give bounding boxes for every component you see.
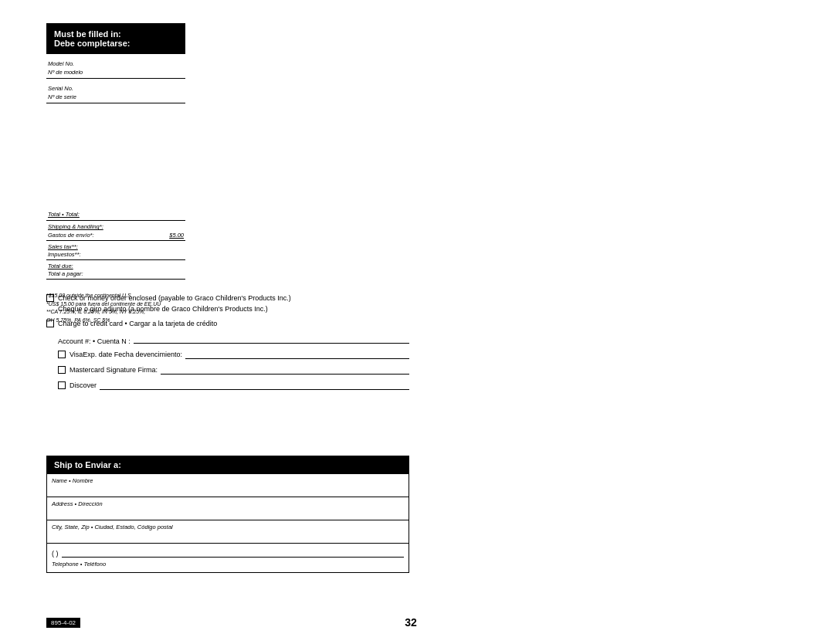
shipping-sublabel: Gastos de envío*: [48, 232, 103, 239]
check-label: Check or money order enclosed (payable t… [58, 293, 291, 304]
sales-tax-sublabel: Impuestos**: [48, 251, 81, 258]
discover-checkbox[interactable] [58, 381, 66, 389]
model-label2: Nº de modelo [48, 69, 184, 77]
serial-label2: Nº de serie [48, 93, 184, 102]
name-label: Name • Nombre [52, 477, 404, 486]
name-field: Name • Nombre [47, 474, 409, 497]
ship-to-form: Name • Nombre Address • Dirección City, … [46, 474, 409, 573]
phone-label: Telephone • Teléfono [52, 561, 404, 569]
discover-row: Discover [58, 381, 409, 390]
footer: 895-4-02 32 [0, 616, 834, 629]
city-label: City, State, Zip • Ciudad, Estado, Códig… [52, 524, 404, 532]
visa-checkbox[interactable] [58, 351, 66, 358]
check-sublabel: Cheque o giro adjunto (a nombre de Graco… [58, 304, 291, 315]
address-label: Address • Dirección [52, 500, 404, 509]
sales-tax-label: Sales tax**: [48, 242, 81, 251]
account-input-line[interactable] [134, 334, 409, 344]
check-checkbox[interactable] [46, 294, 54, 302]
shipping-label: Shipping & handling*: [48, 222, 103, 231]
ship-to-header: Ship to Enviar a: [46, 456, 409, 474]
footer-code: 895-4-02 [46, 618, 80, 628]
account-row: Account #: • Cuenta N : [58, 334, 409, 345]
total-due-row: Total due: Total a pagar: [46, 260, 185, 280]
total-label: Total • Total: [48, 210, 80, 219]
payment-section: Check or money order enclosed (payable t… [46, 293, 409, 390]
phone-prefix: ( ) [52, 550, 59, 558]
model-field-group: Model No. Nº de modelo [46, 57, 185, 79]
phone-input-line[interactable] [62, 547, 405, 558]
total-row: Total • Total: [46, 208, 185, 221]
address-field: Address • Dirección [47, 497, 409, 520]
page: Must be filled in: Debe completarse: Mod… [0, 0, 834, 644]
credit-checkbox[interactable] [46, 320, 54, 327]
serial-field-group: Serial No. Nº de serie [46, 82, 185, 103]
phone-field: ( ) Telephone • Teléfono [47, 544, 409, 572]
footer-page-number: 32 [405, 616, 417, 629]
total-section: Total • Total: Shipping & handling*: Gas… [46, 208, 185, 280]
credit-payment-row: Charge to credit card • Cargar a la tarj… [46, 319, 409, 330]
discover-input-line[interactable] [100, 381, 409, 390]
account-label: Account #: • Cuenta N : [58, 337, 131, 345]
total-due-label: Total due: [48, 262, 83, 270]
mastercard-row: Mastercard Signature Firma: [58, 365, 409, 375]
model-serial-section: Model No. Nº de modelo Serial No. Nº de … [46, 57, 185, 103]
sales-tax-row: Sales tax**: Impuestos**: [46, 241, 185, 260]
ship-to-section: Ship to Enviar a: Name • Nombre Address … [46, 456, 409, 573]
check-payment-row: Check or money order enclosed (payable t… [46, 293, 409, 314]
mastercard-checkbox[interactable] [58, 366, 66, 374]
mastercard-input-line[interactable] [161, 365, 409, 375]
mastercard-label: Mastercard Signature Firma: [70, 366, 158, 374]
left-info-panel: Must be filled in: Debe completarse: Mod… [46, 23, 185, 340]
must-fill-line1: Must be filled in: [54, 29, 178, 39]
visa-row: VisaExp. date Fecha devencimiento: [58, 350, 409, 359]
serial-label1: Serial No. [48, 85, 184, 93]
shipping-value: $5.00 [169, 232, 184, 239]
visa-label: VisaExp. date Fecha devencimiento: [70, 351, 182, 358]
model-label1: Model No. [48, 60, 184, 69]
must-fill-header: Must be filled in: Debe completarse: [46, 23, 185, 54]
total-due-sublabel: Total a pagar: [48, 270, 83, 277]
discover-label: Discover [70, 381, 97, 389]
credit-label: Charge to credit card • Cargar a la tarj… [58, 319, 217, 330]
visa-input-line[interactable] [185, 350, 409, 359]
shipping-row: Shipping & handling*: Gastos de envío*: … [46, 221, 185, 240]
city-field: City, State, Zip • Ciudad, Estado, Códig… [47, 520, 409, 544]
must-fill-line2: Debe completarse: [54, 39, 178, 48]
